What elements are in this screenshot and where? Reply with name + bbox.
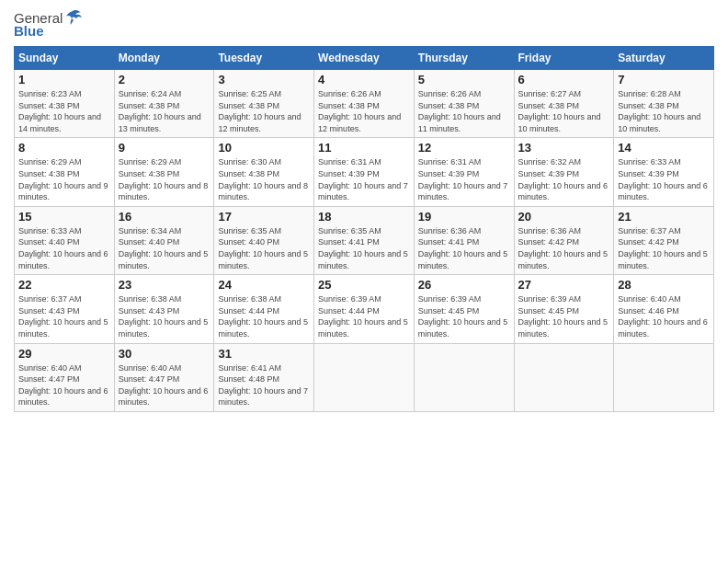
day-number: 16	[119, 210, 210, 224]
cell-info: Sunrise: 6:23 AMSunset: 4:38 PMDaylight:…	[18, 89, 101, 133]
day-number: 26	[418, 278, 510, 292]
cell-info: Sunrise: 6:35 AMSunset: 4:41 PMDaylight:…	[318, 226, 408, 270]
header-cell-tuesday: Tuesday	[214, 47, 314, 70]
day-cell: 25Sunrise: 6:39 AMSunset: 4:44 PMDayligh…	[314, 275, 415, 343]
calendar-table: SundayMondayTuesdayWednesdayThursdayFrid…	[14, 46, 714, 412]
cell-info: Sunrise: 6:40 AMSunset: 4:47 PMDaylight:…	[119, 363, 209, 408]
day-number: 23	[119, 278, 210, 292]
day-number: 29	[18, 347, 110, 361]
cell-info: Sunrise: 6:39 AMSunset: 4:44 PMDaylight:…	[318, 294, 408, 339]
header: General Blue	[14, 9, 714, 39]
day-cell: 15Sunrise: 6:33 AMSunset: 4:40 PMDayligh…	[15, 206, 115, 274]
day-cell: 31Sunrise: 6:41 AMSunset: 4:48 PMDayligh…	[214, 343, 314, 411]
day-cell: 2Sunrise: 6:24 AMSunset: 4:38 PMDaylight…	[114, 70, 214, 138]
day-cell: 24Sunrise: 6:38 AMSunset: 4:44 PMDayligh…	[214, 275, 314, 343]
day-number: 19	[418, 210, 510, 224]
day-number: 1	[18, 73, 110, 86]
week-row-1: 1Sunrise: 6:23 AMSunset: 4:38 PMDaylight…	[15, 70, 714, 138]
logo: General Blue	[14, 9, 83, 39]
cell-info: Sunrise: 6:34 AMSunset: 4:40 PMDaylight:…	[119, 226, 209, 270]
cell-info: Sunrise: 6:39 AMSunset: 4:45 PMDaylight:…	[518, 294, 609, 339]
header-cell-wednesday: Wednesday	[314, 47, 415, 70]
cell-info: Sunrise: 6:38 AMSunset: 4:43 PMDaylight:…	[119, 294, 209, 339]
day-number: 10	[218, 141, 310, 155]
header-cell-saturday: Saturday	[614, 47, 714, 70]
day-cell: 11Sunrise: 6:31 AMSunset: 4:39 PMDayligh…	[314, 138, 415, 206]
day-number: 28	[618, 278, 710, 292]
week-row-5: 29Sunrise: 6:40 AMSunset: 4:47 PMDayligh…	[15, 343, 714, 411]
day-number: 21	[618, 210, 710, 224]
day-cell: 20Sunrise: 6:36 AMSunset: 4:42 PMDayligh…	[514, 206, 614, 274]
day-number: 31	[218, 347, 310, 361]
cell-info: Sunrise: 6:38 AMSunset: 4:44 PMDaylight:…	[218, 294, 308, 339]
day-number: 22	[18, 278, 110, 292]
day-cell: 5Sunrise: 6:26 AMSunset: 4:38 PMDaylight…	[414, 70, 514, 138]
cell-info: Sunrise: 6:37 AMSunset: 4:43 PMDaylight:…	[18, 294, 108, 339]
day-cell: 26Sunrise: 6:39 AMSunset: 4:45 PMDayligh…	[414, 275, 514, 343]
day-number: 18	[318, 210, 410, 224]
day-number: 25	[318, 278, 410, 292]
cell-info: Sunrise: 6:27 AMSunset: 4:38 PMDaylight:…	[518, 89, 601, 133]
cell-info: Sunrise: 6:30 AMSunset: 4:38 PMDaylight:…	[218, 157, 308, 201]
day-cell: 30Sunrise: 6:40 AMSunset: 4:47 PMDayligh…	[114, 343, 214, 411]
day-number: 27	[518, 278, 610, 292]
day-cell: 13Sunrise: 6:32 AMSunset: 4:39 PMDayligh…	[514, 138, 614, 206]
cell-info: Sunrise: 6:41 AMSunset: 4:48 PMDaylight:…	[218, 363, 308, 408]
day-number: 24	[218, 278, 310, 292]
header-cell-thursday: Thursday	[414, 47, 514, 70]
logo-blue-text: Blue	[14, 23, 44, 39]
day-number: 14	[618, 141, 710, 155]
day-number: 4	[318, 73, 410, 86]
day-number: 2	[119, 73, 210, 86]
cell-info: Sunrise: 6:26 AMSunset: 4:38 PMDaylight:…	[318, 89, 401, 133]
day-cell: 27Sunrise: 6:39 AMSunset: 4:45 PMDayligh…	[514, 275, 614, 343]
day-cell: 19Sunrise: 6:36 AMSunset: 4:41 PMDayligh…	[414, 206, 514, 274]
cell-info: Sunrise: 6:24 AMSunset: 4:38 PMDaylight:…	[119, 89, 201, 133]
day-cell: 12Sunrise: 6:31 AMSunset: 4:39 PMDayligh…	[414, 138, 514, 206]
day-cell	[514, 343, 614, 411]
day-number: 17	[218, 210, 310, 224]
cell-info: Sunrise: 6:39 AMSunset: 4:45 PMDaylight:…	[418, 294, 508, 339]
day-number: 11	[318, 141, 410, 155]
day-cell: 10Sunrise: 6:30 AMSunset: 4:38 PMDayligh…	[214, 138, 314, 206]
day-cell: 7Sunrise: 6:28 AMSunset: 4:38 PMDaylight…	[614, 70, 714, 138]
cell-info: Sunrise: 6:36 AMSunset: 4:41 PMDaylight:…	[418, 226, 508, 270]
day-number: 12	[418, 141, 510, 155]
header-row: SundayMondayTuesdayWednesdayThursdayFrid…	[15, 47, 714, 70]
cell-info: Sunrise: 6:36 AMSunset: 4:42 PMDaylight:…	[518, 226, 609, 270]
day-number: 9	[119, 141, 210, 155]
cell-info: Sunrise: 6:33 AMSunset: 4:40 PMDaylight:…	[18, 226, 108, 270]
cell-info: Sunrise: 6:40 AMSunset: 4:46 PMDaylight:…	[618, 294, 708, 339]
header-cell-friday: Friday	[514, 47, 614, 70]
day-cell: 3Sunrise: 6:25 AMSunset: 4:38 PMDaylight…	[214, 70, 314, 138]
cell-info: Sunrise: 6:35 AMSunset: 4:40 PMDaylight:…	[218, 226, 308, 270]
day-cell: 22Sunrise: 6:37 AMSunset: 4:43 PMDayligh…	[15, 275, 115, 343]
day-number: 6	[518, 73, 610, 86]
day-number: 5	[418, 73, 510, 86]
cell-info: Sunrise: 6:33 AMSunset: 4:39 PMDaylight:…	[618, 157, 708, 201]
day-cell	[414, 343, 514, 411]
day-number: 8	[18, 141, 110, 155]
day-cell	[314, 343, 415, 411]
day-cell: 4Sunrise: 6:26 AMSunset: 4:38 PMDaylight…	[314, 70, 415, 138]
day-cell: 6Sunrise: 6:27 AMSunset: 4:38 PMDaylight…	[514, 70, 614, 138]
week-row-3: 15Sunrise: 6:33 AMSunset: 4:40 PMDayligh…	[15, 206, 714, 274]
cell-info: Sunrise: 6:28 AMSunset: 4:38 PMDaylight:…	[618, 89, 700, 133]
cell-info: Sunrise: 6:25 AMSunset: 4:38 PMDaylight:…	[218, 89, 301, 133]
cell-info: Sunrise: 6:29 AMSunset: 4:38 PMDaylight:…	[119, 157, 209, 201]
day-cell: 9Sunrise: 6:29 AMSunset: 4:38 PMDaylight…	[114, 138, 214, 206]
day-number: 3	[218, 73, 310, 86]
day-cell: 16Sunrise: 6:34 AMSunset: 4:40 PMDayligh…	[114, 206, 214, 274]
day-number: 7	[618, 73, 710, 86]
cell-info: Sunrise: 6:40 AMSunset: 4:47 PMDaylight:…	[18, 363, 108, 408]
cell-info: Sunrise: 6:26 AMSunset: 4:38 PMDaylight:…	[418, 89, 501, 133]
day-number: 20	[518, 210, 610, 224]
day-cell	[614, 343, 714, 411]
day-number: 30	[119, 347, 210, 361]
cell-info: Sunrise: 6:32 AMSunset: 4:39 PMDaylight:…	[518, 157, 609, 201]
week-row-4: 22Sunrise: 6:37 AMSunset: 4:43 PMDayligh…	[15, 275, 714, 343]
day-number: 13	[518, 141, 610, 155]
cell-info: Sunrise: 6:37 AMSunset: 4:42 PMDaylight:…	[618, 226, 708, 270]
header-cell-sunday: Sunday	[15, 47, 115, 70]
day-cell: 14Sunrise: 6:33 AMSunset: 4:39 PMDayligh…	[614, 138, 714, 206]
